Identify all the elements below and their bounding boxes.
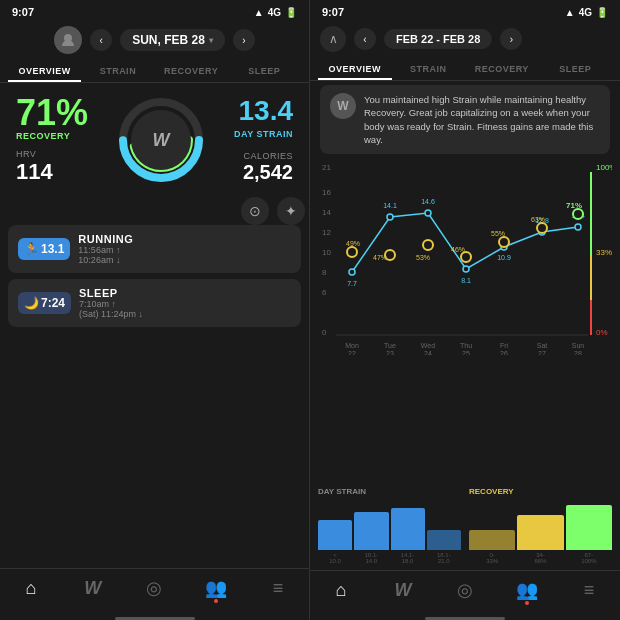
right-nav-menu[interactable]: ≡ (558, 579, 620, 601)
recovery-bar-title: RECOVERY (469, 487, 612, 496)
right-nav-community[interactable]: 👥 (496, 579, 558, 601)
insight-avatar: W (330, 93, 356, 119)
left-status-icons: ▲ 4G 🔋 (254, 7, 297, 18)
add-activity-button[interactable]: ✦ (277, 197, 305, 225)
svg-text:16: 16 (322, 188, 331, 197)
svg-text:Thu: Thu (460, 342, 472, 349)
strain-bar-title: DAY STRAIN (318, 487, 461, 496)
insight-text: You maintained high Strain while maintai… (364, 93, 600, 146)
strain-value: 13.4 (238, 97, 293, 125)
date-selector[interactable]: SUN, FEB 28 ▾ (120, 29, 225, 51)
left-nav-whoop[interactable]: W (62, 577, 124, 599)
right-status-icons: ▲ 4G 🔋 (565, 7, 608, 18)
svg-text:63%: 63% (531, 216, 545, 223)
recovery-dot-fri (499, 237, 509, 247)
svg-text:47%: 47% (373, 254, 387, 261)
running-info: RUNNING 11:56am ↑ 10:26am ↓ (78, 233, 291, 265)
right-bottom-nav: ⌂ W ◎ 👥 ≡ (310, 570, 620, 613)
strain-bar-chart: DAY STRAIN <10.0 10.1-14.0 14.1-18.0 18.… (318, 487, 461, 564)
svg-text:25: 25 (462, 350, 470, 355)
activity-icons-row: ⊙ ✦ (0, 197, 309, 225)
svg-text:12: 12 (322, 228, 331, 237)
svg-text:21: 21 (322, 163, 331, 172)
svg-text:55%: 55% (491, 230, 505, 237)
running-start-time: 10:26am ↓ (78, 255, 120, 265)
right-tab-sleep[interactable]: SLEEP (539, 60, 613, 80)
running-badge: 🏃 13.1 (18, 238, 70, 260)
prev-day-button[interactable]: ‹ (90, 29, 112, 51)
top-metrics: 71% RECOVERY HRV 114 W (16, 95, 293, 185)
right-nav-whoop[interactable]: W (372, 579, 434, 601)
right-nav-bar: ∧ ‹ FEB 22 - FEB 28 › (310, 22, 620, 56)
notification-dot (214, 599, 218, 603)
selected-date: SUN, FEB 28 (132, 33, 205, 47)
strain-dot-tue (387, 214, 393, 220)
running-icon: 🏃 (24, 242, 39, 256)
strain-label-4: 18.1-21.0 (427, 552, 461, 564)
activity-list: 🏃 13.1 RUNNING 11:56am ↑ 10:26am ↓ 🌙 7:2… (0, 225, 309, 333)
svg-text:71%: 71% (566, 201, 582, 210)
avatar (54, 26, 82, 54)
tab-strain[interactable]: STRAIN (81, 62, 154, 82)
date-range-selector[interactable]: FEB 22 - FEB 28 (384, 29, 492, 49)
tab-recovery[interactable]: RECOVERY (155, 62, 228, 82)
svg-text:100%: 100% (596, 163, 612, 172)
right-nav-camera[interactable]: ◎ (434, 579, 496, 601)
running-value: 13.1 (41, 242, 64, 256)
strain-bar-4 (427, 530, 461, 550)
right-next-btn[interactable]: › (500, 28, 522, 50)
hrv-label: HRV (16, 149, 53, 159)
right-signal-icon: ▲ (565, 7, 575, 18)
right-tab-overview[interactable]: OVERVIEW (318, 60, 392, 80)
weekly-chart-area: 21 16 14 12 10 8 6 0 100% 33% 0% Mon 22 … (310, 160, 620, 481)
strain-calories-section: 13.4 DAY STRAIN CALORIES 2,542 (234, 97, 293, 184)
right-nav-home[interactable]: ⌂ (310, 579, 372, 601)
svg-text:0%: 0% (596, 328, 608, 337)
svg-text:10: 10 (322, 248, 331, 257)
brand-logo: W (153, 130, 170, 151)
share-button[interactable]: ⊙ (241, 197, 269, 225)
tab-overview[interactable]: OVERVIEW (8, 62, 81, 82)
right-prev-btn[interactable]: ‹ (354, 28, 376, 50)
back-button[interactable]: ∧ (320, 26, 346, 52)
svg-text:8.1: 8.1 (461, 277, 471, 284)
network-label: 4G (268, 7, 281, 18)
svg-text:14: 14 (322, 208, 331, 217)
left-bottom-nav: ⌂ W ◎ 👥 ≡ (0, 568, 309, 611)
svg-text:33%: 33% (596, 248, 612, 257)
next-day-button[interactable]: › (233, 29, 255, 51)
ring-logo: W (131, 110, 191, 170)
strain-bar-3 (391, 508, 425, 550)
tab-sleep[interactable]: SLEEP (228, 62, 301, 82)
right-notification-dot (525, 601, 529, 605)
strain-dot-thu (463, 266, 469, 272)
right-tab-recovery[interactable]: RECOVERY (465, 60, 539, 80)
sleep-info: SLEEP 7:10am ↑ (Sat) 11:24pm ↓ (79, 287, 291, 319)
sleep-activity-row[interactable]: 🌙 7:24 SLEEP 7:10am ↑ (Sat) 11:24pm ↓ (8, 279, 301, 327)
left-nav-community[interactable]: 👥 (185, 577, 247, 599)
recovery-dot-sun (573, 209, 583, 219)
svg-text:Tue: Tue (384, 342, 396, 349)
running-end-time: 11:56am ↑ (78, 245, 120, 255)
recovery-section: 71% RECOVERY HRV 114 (16, 95, 88, 185)
left-nav-home[interactable]: ⌂ (0, 577, 62, 599)
left-nav-bar: ‹ SUN, FEB 28 ▾ › (0, 22, 309, 58)
recovery-dot-mon (347, 247, 357, 257)
right-panel: 9:07 ▲ 4G 🔋 ∧ ‹ FEB 22 - FEB 28 › OVERVI… (310, 0, 620, 620)
left-nav-menu[interactable]: ≡ (247, 577, 309, 599)
strain-bars (318, 500, 461, 550)
sleep-start-time: (Sat) 11:24pm ↓ (79, 309, 143, 319)
recovery-bar-labels: 0-33% 34-66% 67-100% (469, 552, 612, 564)
sleep-badge: 🌙 7:24 (18, 292, 71, 314)
right-battery-icon: 🔋 (596, 7, 608, 18)
right-tabs: OVERVIEW STRAIN RECOVERY SLEEP (310, 56, 620, 81)
right-tab-strain[interactable]: STRAIN (392, 60, 466, 80)
svg-text:49%: 49% (346, 240, 360, 247)
sleep-value: 7:24 (41, 296, 65, 310)
sleep-end-time: 7:10am ↑ (79, 299, 116, 309)
left-nav-camera[interactable]: ◎ (124, 577, 186, 599)
left-time: 9:07 (12, 6, 34, 18)
running-activity-row[interactable]: 🏃 13.1 RUNNING 11:56am ↑ 10:26am ↓ (8, 225, 301, 273)
recovery-bar-chart: RECOVERY 0-33% 34-66% 67-100% (469, 487, 612, 564)
svg-text:46%: 46% (451, 246, 465, 253)
